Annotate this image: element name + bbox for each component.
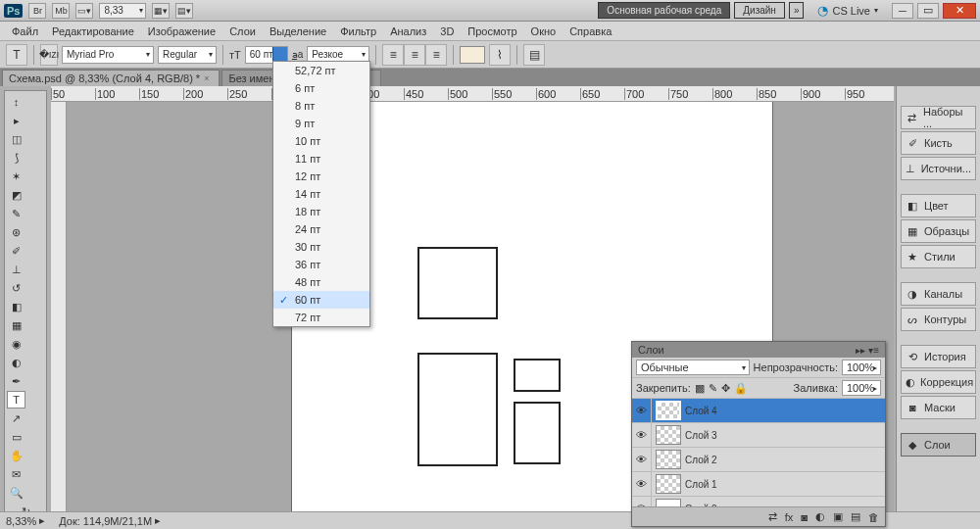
marquee-tool[interactable]: ◫ xyxy=(7,130,25,148)
link-icon[interactable]: ⇄ xyxy=(768,510,777,523)
shape-tool[interactable]: ▭ xyxy=(7,428,25,446)
new-layer-icon[interactable]: ▤ xyxy=(851,510,860,523)
dock-source[interactable]: ⊥Источни... xyxy=(901,157,976,180)
shape-rect[interactable] xyxy=(417,247,498,319)
group-icon[interactable]: ▣ xyxy=(833,510,843,523)
fill-input[interactable]: 100% xyxy=(842,380,881,396)
layer-name[interactable]: Слой 2 xyxy=(685,455,717,465)
cslive-dropdown-icon[interactable]: ▾ xyxy=(874,6,878,15)
type-tool[interactable]: T xyxy=(7,391,25,409)
delete-icon[interactable]: 🗑 xyxy=(868,511,879,523)
dock-paths[interactable]: ᔕКонтуры xyxy=(901,308,976,331)
minibridge-button[interactable]: Mb xyxy=(52,3,70,19)
layer-name[interactable]: Слой 4 xyxy=(685,406,717,416)
hand-tool[interactable]: ✋ xyxy=(7,447,25,464)
heal-tool[interactable]: ⊛ xyxy=(7,223,25,241)
layer-thumbnail[interactable] xyxy=(656,450,681,469)
bridge-button[interactable]: Br xyxy=(28,3,46,19)
lock-paint-icon[interactable]: ✎ xyxy=(709,382,717,395)
text-color-swatch[interactable] xyxy=(460,46,485,64)
layer-row[interactable]: 👁Слой 3 xyxy=(632,423,885,448)
eraser-tool[interactable]: ◧ xyxy=(7,298,25,315)
fx-icon[interactable]: fx xyxy=(785,511,794,523)
layers-panel[interactable]: Слои▸▸ ▾≡ Обычные Непрозрачность: 100% З… xyxy=(631,341,886,527)
font-size-option[interactable]: 72 пт xyxy=(273,309,369,326)
menu-view[interactable]: Просмотр xyxy=(462,24,522,39)
layer-thumbnail[interactable] xyxy=(656,401,681,420)
dock-adjust[interactable]: ◐Коррекция xyxy=(901,370,976,394)
dock-channels[interactable]: ◑Каналы xyxy=(901,282,976,306)
dock-masks[interactable]: ◙Маски xyxy=(901,396,976,419)
layer-thumbnail[interactable] xyxy=(656,499,681,506)
dock-sets[interactable]: ⇄Наборы ... xyxy=(901,106,976,129)
extras-button[interactable]: ▤▾ xyxy=(175,3,193,19)
font-size-option[interactable]: 30 пт xyxy=(273,238,369,256)
dock-history[interactable]: ⟲История xyxy=(901,345,976,368)
brush-tool[interactable]: ✐ xyxy=(7,242,25,260)
menu-filter[interactable]: Фильтр xyxy=(334,24,382,39)
zoom-select[interactable]: 8,33 xyxy=(99,3,146,19)
font-size-option[interactable]: 9 пт xyxy=(273,115,369,132)
font-size-option[interactable]: 6 пт xyxy=(273,79,369,97)
warp-text-button[interactable]: ⌇ xyxy=(489,44,511,66)
layer-thumbnail[interactable] xyxy=(656,474,681,494)
layer-row[interactable]: 👁Слой 2 xyxy=(632,448,885,472)
menu-help[interactable]: Справка xyxy=(564,24,617,39)
move-tool[interactable]: ↕ xyxy=(7,93,25,111)
lasso-tool[interactable]: ⟆ xyxy=(7,149,25,167)
font-size-option[interactable]: 24 пт xyxy=(273,220,369,238)
orientation-button[interactable]: �ızı xyxy=(40,44,58,66)
eyedropper-tool[interactable]: ✎ xyxy=(7,205,25,222)
ruler-horizontal[interactable]: 5010015020025030035040045050055060065070… xyxy=(51,86,894,102)
font-size-option[interactable]: 12 пт xyxy=(273,168,369,185)
panel-menu-icon[interactable]: ▸▸ ▾≡ xyxy=(856,345,879,356)
minimize-button[interactable]: ─ xyxy=(892,3,913,19)
layer-name[interactable]: Слой 1 xyxy=(685,479,717,490)
align-right-button[interactable]: ≡ xyxy=(425,44,447,66)
close-button[interactable]: ✕ xyxy=(943,3,976,19)
lock-transparency-icon[interactable]: ▩ xyxy=(695,382,705,395)
dodge-tool[interactable]: ◐ xyxy=(7,354,25,371)
font-size-option[interactable]: 8 пт xyxy=(273,97,369,115)
history-brush-tool[interactable]: ↺ xyxy=(7,279,25,297)
menu-window[interactable]: Окно xyxy=(525,24,563,39)
gradient-tool[interactable]: ▦ xyxy=(7,316,25,334)
font-size-option[interactable]: 52,72 пт xyxy=(273,62,369,79)
layer-thumbnail[interactable] xyxy=(656,425,681,445)
lock-all-icon[interactable]: 🔒 xyxy=(734,382,748,395)
close-icon[interactable]: × xyxy=(204,73,209,83)
workspace-main-button[interactable]: Основная рабочая среда xyxy=(598,2,730,19)
layer-name[interactable]: Слой 3 xyxy=(685,430,717,441)
arrange-button[interactable]: ▦▾ xyxy=(152,3,170,19)
zoom-tool[interactable]: 🔍 xyxy=(7,484,25,502)
cslive-button[interactable]: CS Live xyxy=(832,5,870,17)
maximize-button[interactable]: ▭ xyxy=(917,3,939,19)
blend-mode-select[interactable]: Обычные xyxy=(636,360,750,375)
dock-styles[interactable]: ★Стили xyxy=(901,245,976,268)
dock-layers[interactable]: ◆Слои xyxy=(901,433,976,457)
wand-tool[interactable]: ✶ xyxy=(7,168,25,185)
menu-edit[interactable]: Редактирование xyxy=(46,24,140,39)
align-center-button[interactable]: ≡ xyxy=(404,44,425,66)
font-size-option[interactable]: 18 пт xyxy=(273,203,369,220)
align-left-button[interactable]: ≡ xyxy=(382,44,404,66)
visibility-icon[interactable]: 👁 xyxy=(632,423,652,447)
character-panel-button[interactable]: ▤ xyxy=(523,44,545,66)
shape-rect[interactable] xyxy=(514,359,561,392)
visibility-icon[interactable]: 👁 xyxy=(632,497,652,506)
menu-3d[interactable]: 3D xyxy=(434,24,460,39)
menu-layer[interactable]: Слои xyxy=(223,24,262,39)
dock-brush[interactable]: ✐Кисть xyxy=(901,131,976,155)
font-size-option[interactable]: 14 пт xyxy=(273,185,369,203)
menu-image[interactable]: Изображение xyxy=(142,24,221,39)
visibility-icon[interactable]: 👁 xyxy=(632,472,652,496)
font-family-select[interactable]: Myriad Pro xyxy=(62,46,154,64)
stamp-tool[interactable]: ⊥ xyxy=(7,261,25,278)
dock-swatches[interactable]: ▦Образцы xyxy=(901,219,976,243)
visibility-icon[interactable]: 👁 xyxy=(632,399,652,422)
pen-tool[interactable]: ✒ xyxy=(7,372,25,390)
font-size-option[interactable]: 48 пт xyxy=(273,273,369,291)
workspace-more-button[interactable]: » xyxy=(789,2,805,19)
visibility-icon[interactable]: 👁 xyxy=(632,448,652,471)
opacity-input[interactable]: 100% xyxy=(842,360,881,375)
